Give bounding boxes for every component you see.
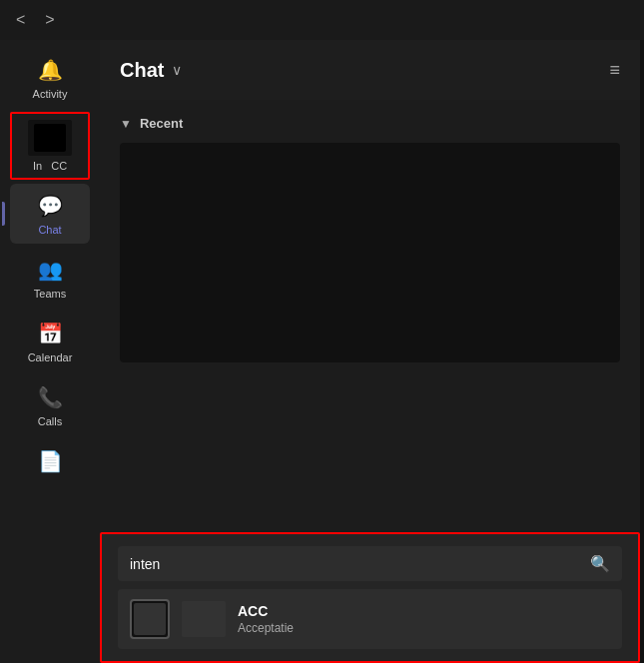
search-box: 🔍 xyxy=(118,546,622,581)
sidebar-item-in-cc[interactable]: In CC xyxy=(10,112,90,180)
sidebar-label-activity: Activity xyxy=(33,88,68,100)
sidebar-label-chat: Chat xyxy=(38,224,61,236)
recent-section-title: Recent xyxy=(140,116,183,131)
avatar-image xyxy=(134,603,166,635)
search-input[interactable] xyxy=(130,556,582,572)
result-avatar xyxy=(130,599,170,639)
result-info: ACC Acceptatie xyxy=(238,603,294,635)
sidebar-item-teams[interactable]: 👥 Teams xyxy=(10,248,90,308)
result-subtitle: Acceptatie xyxy=(238,621,294,635)
back-button[interactable]: < xyxy=(10,9,31,31)
filter-icon[interactable]: ≡ xyxy=(609,60,620,81)
header-left: Chat ∨ xyxy=(120,59,182,82)
search-icon[interactable]: 🔍 xyxy=(590,554,610,573)
sidebar-item-calls[interactable]: 📞 Calls xyxy=(10,375,90,435)
sidebar-label-teams: Teams xyxy=(34,288,66,300)
sidebar-label-calls: Calls xyxy=(38,415,62,427)
sidebar-label-in-cc: In CC xyxy=(33,160,67,172)
chat-icon: 💬 xyxy=(36,192,64,220)
content-header: Chat ∨ ≡ xyxy=(100,40,640,100)
sidebar-item-chat[interactable]: 💬 Chat xyxy=(10,184,90,244)
content-area: Chat ∨ ≡ ▼ Recent 🔍 xyxy=(100,40,640,663)
calls-icon: 📞 xyxy=(36,383,64,411)
sidebar-item-calendar[interactable]: 📅 Calendar xyxy=(10,312,90,371)
chat-dropdown-arrow[interactable]: ∨ xyxy=(172,62,182,78)
calendar-icon: 📅 xyxy=(36,320,64,347)
result-avatar-container xyxy=(130,599,170,639)
search-area: 🔍 ACC Acceptatie xyxy=(100,532,640,663)
result-thumbnail xyxy=(182,601,226,637)
sidebar: 🔔 Activity In CC 💬 Chat 👥 Teams xyxy=(0,40,100,663)
sidebar-label-calendar: Calendar xyxy=(28,351,73,363)
teams-icon: 👥 xyxy=(36,256,64,284)
main-layout: 🔔 Activity In CC 💬 Chat 👥 Teams xyxy=(0,40,644,663)
result-name: ACC xyxy=(238,603,294,619)
sidebar-item-files[interactable]: 📄 xyxy=(10,439,90,487)
header-right: ≡ xyxy=(609,60,620,81)
bell-icon: 🔔 xyxy=(36,56,64,84)
chat-list: ▼ Recent xyxy=(100,100,640,532)
recent-section-header[interactable]: ▼ Recent xyxy=(120,116,620,131)
chat-items-area xyxy=(120,143,620,362)
title-bar: < > xyxy=(0,0,644,40)
app-container: < > 🔔 Activity In CC 💬 Chat xyxy=(0,0,644,663)
page-title: Chat xyxy=(120,59,164,82)
right-border-panel xyxy=(640,40,644,663)
in-cc-icon xyxy=(28,120,72,156)
sidebar-item-activity[interactable]: 🔔 Activity xyxy=(10,48,90,108)
search-result-item[interactable]: ACC Acceptatie xyxy=(118,589,622,649)
files-icon: 📄 xyxy=(36,447,64,475)
section-arrow-icon: ▼ xyxy=(120,117,132,131)
forward-button[interactable]: > xyxy=(39,9,60,31)
